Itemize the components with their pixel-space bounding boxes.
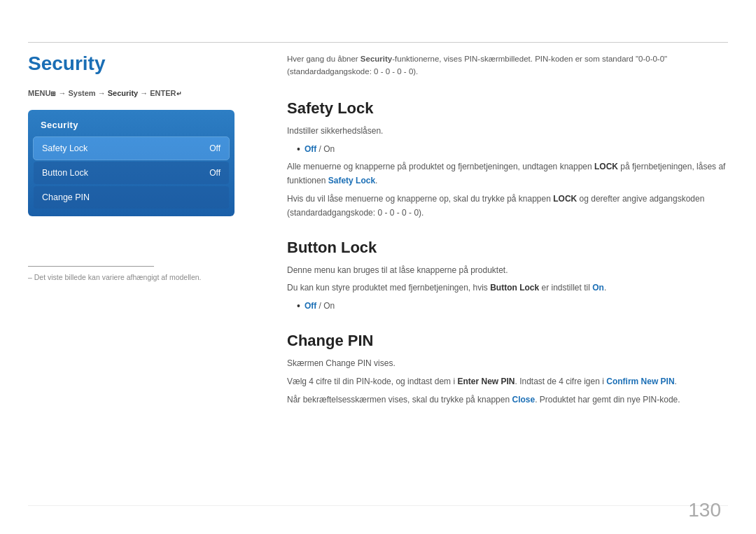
safety-lock-p3: Hvis du vil låse menuerne og knapperne o… <box>287 192 728 220</box>
button-lock-label: Button Lock <box>42 168 88 178</box>
button-lock-bullet: Off / On <box>297 300 728 314</box>
footnote-divider <box>28 266 154 267</box>
button-lock-body: Denne menu kan bruges til at låse knappe… <box>287 264 728 314</box>
change-pin-title: Change PIN <box>287 332 728 350</box>
safety-lock-p2: Alle menuerne og knapperne på produktet … <box>287 160 728 188</box>
page-title: Security <box>28 52 252 75</box>
change-pin-label: Change PIN <box>42 192 90 202</box>
change-pin-p3: Når bekræftelsesskærmen vises, skal du t… <box>287 393 728 407</box>
menu-item-change-pin[interactable]: Change PIN <box>34 186 229 209</box>
safety-lock-p1: Indstiller sikkerhedslåsen. <box>287 125 728 139</box>
section-safety-lock: Safety Lock Indstiller sikkerhedslåsen. … <box>287 99 728 220</box>
menu-box: Security Safety Lock Off Button Lock Off… <box>28 110 234 216</box>
button-lock-p1: Denne menu kan bruges til at låse knappe… <box>287 264 728 278</box>
safety-lock-value: Off <box>209 143 220 153</box>
change-pin-p1: Skærmen Change PIN vises. <box>287 357 728 371</box>
safety-lock-bullet: Off / On <box>297 143 728 157</box>
change-pin-body: Skærmen Change PIN vises. Vælg 4 cifre t… <box>287 357 728 407</box>
intro-text: Hver gang du åbner Security-funktionerne… <box>287 52 728 78</box>
change-pin-p2: Vælg 4 cifre til din PIN-kode, og indtas… <box>287 375 728 389</box>
safety-lock-title: Safety Lock <box>287 99 728 118</box>
menu-item-button-lock[interactable]: Button Lock Off <box>34 162 229 184</box>
button-lock-p2: Du kan kun styre produktet med fjernbetj… <box>287 281 728 295</box>
safety-lock-label: Safety Lock <box>42 143 88 153</box>
menu-item-safety-lock[interactable]: Safety Lock Off <box>34 137 229 160</box>
section-change-pin: Change PIN Skærmen Change PIN vises. Væl… <box>287 332 728 407</box>
section-button-lock: Button Lock Denne menu kan bruges til at… <box>287 239 728 314</box>
breadcrumb: MENU⊞ → System → Security → ENTER↵ <box>28 89 252 97</box>
left-panel: Security MENU⊞ → System → Security → ENT… <box>28 52 252 216</box>
page-number: 130 <box>688 499 721 521</box>
safety-lock-body: Indstiller sikkerhedslåsen. Off / On All… <box>287 125 728 220</box>
footnote: – Det viste billede kan variere afhængig… <box>28 273 217 281</box>
right-panel: Hver gang du åbner Security-funktionerne… <box>287 52 728 425</box>
top-divider <box>28 42 728 43</box>
button-lock-title: Button Lock <box>287 239 728 257</box>
bottom-divider <box>28 505 728 506</box>
menu-header: Security <box>34 115 229 137</box>
button-lock-value: Off <box>209 168 220 178</box>
